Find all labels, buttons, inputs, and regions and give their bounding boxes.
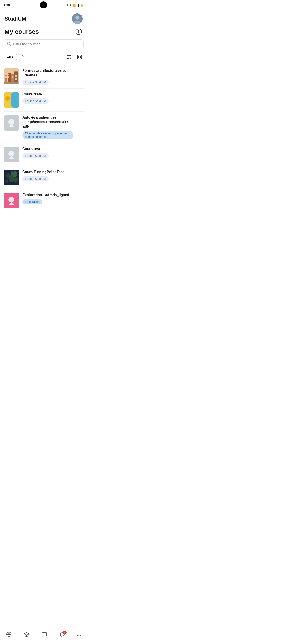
- svg-rect-23: [3, 82, 19, 84]
- settings-icon: ⚙: [69, 4, 72, 7]
- course-card[interactable]: Auto-évaluation des compétences transver…: [3, 112, 84, 143]
- samsung-icon: S: [66, 4, 68, 7]
- camera-notch: [40, 1, 47, 8]
- page-title: My courses: [4, 28, 39, 35]
- svg-rect-18: [15, 75, 16, 77]
- course-more-button[interactable]: ⋮: [76, 68, 84, 76]
- svg-point-26: [5, 96, 10, 100]
- svg-rect-16: [12, 76, 13, 78]
- grid-view-button[interactable]: [75, 53, 84, 61]
- filter-all-label: All: [7, 55, 11, 59]
- svg-rect-25: [11, 92, 19, 108]
- svg-rect-8: [80, 58, 81, 59]
- course-tag: Équipe StudiUM: [22, 153, 49, 158]
- course-tag: Direction des études supérieures et post…: [22, 131, 73, 139]
- nav-notifications[interactable]: 1: [57, 630, 67, 640]
- wifi-icon: 📶: [73, 4, 76, 7]
- filter-row: All ▾ ?: [0, 53, 87, 65]
- svg-rect-5: [77, 55, 79, 56]
- battery-icon: 🔋: [80, 4, 84, 7]
- course-thumbnail: [3, 170, 19, 185]
- course-title: Auto-évaluation des compétences transver…: [22, 115, 73, 129]
- status-icons: S ⚙ 📶 ▐ 🔋: [66, 4, 84, 7]
- courses-icon: [24, 632, 29, 639]
- course-more-button[interactable]: ⋮: [76, 170, 84, 177]
- svg-point-39: [11, 171, 13, 175]
- signal-icon: ▐: [77, 4, 79, 7]
- svg-rect-32: [9, 158, 14, 159]
- status-time: 2:10: [3, 4, 10, 7]
- course-info: Auto-évaluation des compétences transver…: [22, 115, 73, 139]
- svg-rect-17: [14, 72, 18, 83]
- svg-rect-19: [16, 75, 17, 77]
- course-card[interactable]: Cours TurningPoint Test Équipe StudiUM ⋮: [3, 166, 84, 189]
- course-thumbnail: [3, 193, 19, 208]
- svg-point-38: [14, 177, 18, 183]
- filter-all-button[interactable]: All ▾: [3, 53, 17, 61]
- course-thumbnail: [3, 92, 19, 108]
- filter-help-button[interactable]: ?: [18, 53, 27, 61]
- svg-point-4: [7, 42, 10, 45]
- svg-point-1: [75, 16, 79, 20]
- svg-rect-20: [15, 78, 16, 80]
- dashboard-icon: [6, 632, 12, 639]
- page-title-row: My courses: [0, 26, 87, 39]
- course-thumbnail: [3, 115, 19, 131]
- course-title: Formes architecturales et urbaines: [22, 68, 73, 78]
- course-info: Cours TurningPoint Test Équipe StudiUM: [22, 170, 73, 181]
- search-input[interactable]: [13, 42, 80, 46]
- course-more-button[interactable]: ⋮: [76, 147, 84, 154]
- svg-rect-29: [9, 126, 14, 127]
- chevron-down-icon: ▾: [12, 55, 13, 59]
- course-title: Cours d'été: [22, 92, 73, 97]
- course-card[interactable]: Exploration - admda_ligned Exploration ⋮: [3, 189, 84, 212]
- course-info: Exploration - admda_ligned Exploration: [22, 193, 73, 204]
- course-card[interactable]: Cours test Équipe StudiUM ⋮: [3, 143, 84, 166]
- course-more-button[interactable]: ⋮: [76, 193, 84, 200]
- course-title: Cours test: [22, 147, 73, 152]
- svg-point-36: [9, 175, 14, 182]
- search-icon: [7, 42, 11, 47]
- avatar[interactable]: [72, 14, 83, 24]
- svg-rect-11: [5, 76, 7, 78]
- course-info: Cours d'été Équipe StudiUM: [22, 92, 73, 104]
- course-more-button[interactable]: ⋮: [76, 115, 84, 122]
- sort-button[interactable]: [65, 53, 73, 61]
- app-title: StudiUM: [4, 16, 26, 22]
- course-thumbnail: [3, 147, 19, 162]
- app-header: StudiUM: [0, 10, 87, 26]
- svg-rect-15: [11, 74, 14, 83]
- svg-rect-13: [8, 76, 9, 78]
- help-icon: ?: [22, 55, 24, 59]
- course-card[interactable]: Cours d'été Équipe StudiUM ⋮: [3, 88, 84, 112]
- svg-rect-14: [8, 74, 9, 75]
- svg-rect-21: [16, 78, 17, 80]
- course-tag: Équipe StudiUM: [22, 98, 49, 104]
- svg-rect-6: [80, 55, 81, 56]
- download-icon[interactable]: [75, 28, 83, 36]
- nav-messages[interactable]: [39, 630, 49, 640]
- course-title: Cours TurningPoint Test: [22, 170, 73, 174]
- nav-dashboard[interactable]: [4, 630, 14, 640]
- course-more-button[interactable]: ⋮: [76, 92, 84, 99]
- course-info: Formes architecturales et urbaines Équip…: [22, 68, 73, 85]
- course-list: Formes architecturales et urbaines Équip…: [0, 65, 87, 212]
- course-tag: Exploration: [22, 199, 42, 204]
- course-tag: Équipe StudiUM: [22, 176, 49, 181]
- course-thumbnail: [3, 68, 19, 84]
- course-tag: Équipe StudiUM: [22, 80, 49, 85]
- more-icon: ···: [77, 632, 81, 638]
- bottom-nav: 1 ···: [0, 628, 87, 644]
- svg-point-44: [8, 634, 10, 635]
- svg-rect-7: [77, 58, 79, 59]
- svg-rect-42: [9, 204, 14, 205]
- nav-more[interactable]: ···: [75, 631, 83, 639]
- svg-rect-22: [14, 71, 18, 72]
- nav-courses[interactable]: [22, 630, 31, 640]
- svg-point-37: [5, 179, 8, 183]
- course-card[interactable]: Formes architecturales et urbaines Équip…: [3, 65, 84, 88]
- messages-icon: [41, 632, 47, 639]
- course-title: Exploration - admda_ligned: [22, 193, 73, 198]
- search-container[interactable]: [3, 39, 84, 49]
- notification-badge: 1: [63, 630, 67, 634]
